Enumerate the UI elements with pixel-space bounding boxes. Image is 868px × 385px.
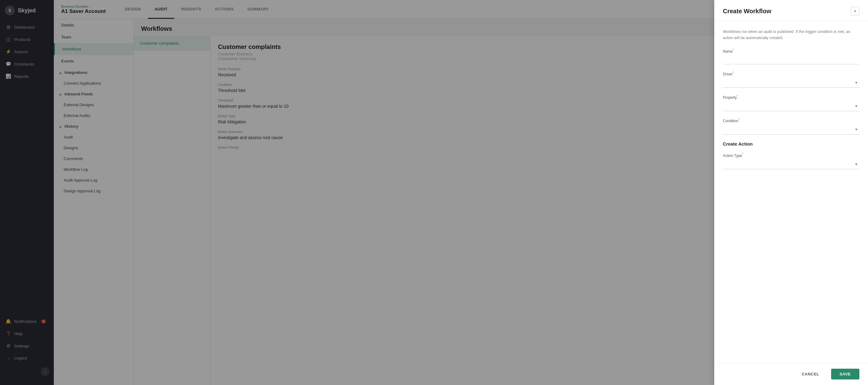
cancel-button[interactable]: CANCEL [794,369,827,380]
property-select-wrapper: ▼ [723,101,859,111]
form-group-name: Name* [723,48,859,64]
save-button[interactable]: SAVE [831,369,859,380]
form-group-property: Property* ▼ [723,94,859,111]
form-group-driver: Driver* ▼ [723,71,859,88]
condition-select[interactable] [723,127,859,132]
condition-label: Condition* [723,118,859,123]
modal-overlay: Create Workflow × Workflows run when an … [0,0,868,385]
modal-description: Workflows run when an audit is published… [723,29,859,41]
property-label: Property* [723,94,859,100]
driver-select-wrapper: ▼ [723,78,859,88]
action-type-label: Action Type* [723,153,859,158]
property-select[interactable] [723,104,859,109]
name-input[interactable] [723,55,859,64]
modal-header: Create Workflow × [714,0,868,21]
modal-panel: Create Workflow × Workflows run when an … [714,0,868,385]
action-type-select[interactable] [723,162,859,167]
create-action-section-label: Create Action [723,141,859,147]
condition-select-wrapper: ▼ [723,125,859,135]
form-group-condition: Condition* ▼ [723,118,859,135]
name-label: Name* [723,48,859,54]
modal-body: Workflows run when an audit is published… [714,21,868,363]
driver-label: Driver* [723,71,859,76]
modal-close-button[interactable]: × [851,7,859,16]
action-type-select-wrapper: ▼ [723,160,859,169]
driver-select[interactable] [723,80,859,85]
modal-footer: CANCEL SAVE [714,363,868,385]
form-group-action-type: Action Type* ▼ [723,153,859,169]
modal-title: Create Workflow [723,8,771,15]
